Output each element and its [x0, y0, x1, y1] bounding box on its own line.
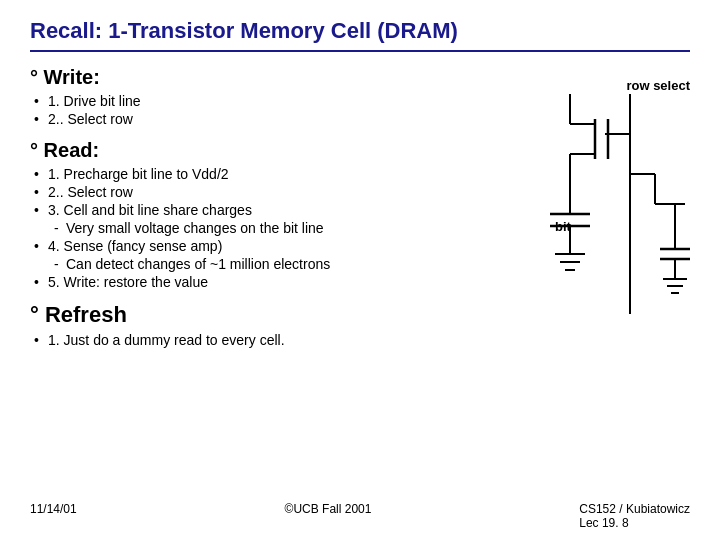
row-select-label: row select — [626, 78, 690, 93]
list-item: 5. Write: restore the value — [48, 274, 480, 290]
circuit-svg — [500, 94, 690, 314]
slide-title: Recall: 1-Transistor Memory Cell (DRAM) — [30, 18, 458, 43]
write-section: ° Write: 1. Drive bit line 2.. Select ro… — [30, 66, 480, 127]
write-heading: ° Write: — [30, 66, 480, 89]
list-item: 1. Drive bit line — [48, 93, 480, 109]
bit-label: bit — [555, 219, 571, 234]
diagram-column: row select — [490, 66, 690, 360]
slide: Recall: 1-Transistor Memory Cell (DRAM) … — [0, 0, 720, 540]
read-sub2: Can detect changes of ~1 million electro… — [30, 256, 480, 272]
list-item: Can detect changes of ~1 million electro… — [66, 256, 480, 272]
refresh-heading: ° Refresh — [30, 302, 480, 328]
write-bullets: 1. Drive bit line 2.. Select row — [30, 93, 480, 127]
footer-date: 11/14/01 — [30, 502, 77, 530]
list-item: 2.. Select row — [48, 111, 480, 127]
title-area: Recall: 1-Transistor Memory Cell (DRAM) — [30, 18, 690, 52]
read-label: Read: — [44, 139, 100, 161]
footer: 11/14/01 ©UCB Fall 2001 CS152 / Kubiatow… — [0, 502, 720, 530]
refresh-label: Refresh — [45, 302, 127, 327]
list-item: Very small voltage changes on the bit li… — [66, 220, 480, 236]
footer-copyright: ©UCB Fall 2001 — [285, 502, 372, 530]
content-area: ° Write: 1. Drive bit line 2.. Select ro… — [30, 66, 690, 360]
read-heading: ° Read: — [30, 139, 480, 162]
dram-diagram: row select — [500, 76, 690, 296]
list-item: 2.. Select row — [48, 184, 480, 200]
list-item: 4. Sense (fancy sense amp) — [48, 238, 480, 254]
list-item: 1. Just do a dummy read to every cell. — [48, 332, 480, 348]
text-column: ° Write: 1. Drive bit line 2.. Select ro… — [30, 66, 490, 360]
read-section: ° Read: 1. Precharge bit line to Vdd/2 2… — [30, 139, 480, 290]
write-prefix: ° — [30, 66, 44, 88]
read-bullets3: 5. Write: restore the value — [30, 274, 480, 290]
list-item: 3. Cell and bit line share charges — [48, 202, 480, 218]
refresh-bullets: 1. Just do a dummy read to every cell. — [30, 332, 480, 348]
write-label: Write: — [44, 66, 100, 88]
read-bullets2: 4. Sense (fancy sense amp) — [30, 238, 480, 254]
refresh-section: ° Refresh 1. Just do a dummy read to eve… — [30, 302, 480, 348]
refresh-prefix: ° — [30, 302, 45, 327]
footer-course: CS152 / Kubiatowicz Lec 19. 8 — [579, 502, 690, 530]
list-item: 1. Precharge bit line to Vdd/2 — [48, 166, 480, 182]
read-bullets: 1. Precharge bit line to Vdd/2 2.. Selec… — [30, 166, 480, 218]
read-sub1: Very small voltage changes on the bit li… — [30, 220, 480, 236]
read-prefix: ° — [30, 139, 44, 161]
